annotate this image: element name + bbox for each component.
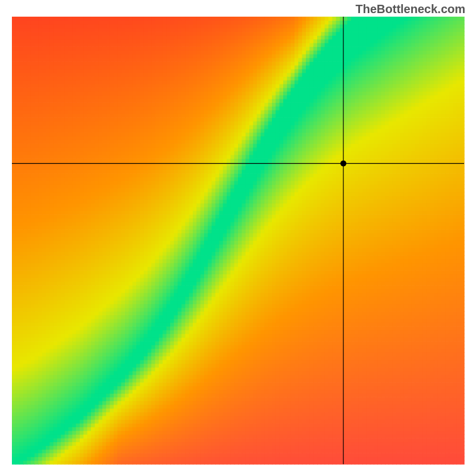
bottleneck-heatmap [0, 0, 476, 476]
watermark-text: TheBottleneck.com [356, 2, 465, 16]
chart-container: TheBottleneck.com [0, 0, 476, 476]
